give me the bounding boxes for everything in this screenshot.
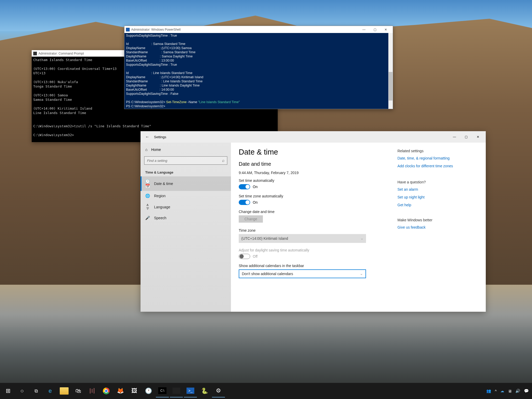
- auto-time-label: Set time automatically: [239, 178, 369, 183]
- chevron-down-icon: ⌵: [361, 237, 363, 240]
- toggle-state: On: [253, 185, 258, 189]
- minimize-button[interactable]: —: [358, 28, 369, 31]
- nav-item-label: Speech: [154, 216, 166, 220]
- ps-pre: SupportsDaylightSavingTime : True Id : S…: [126, 34, 203, 96]
- maximize-button[interactable]: ▢: [460, 133, 472, 141]
- scrollbar[interactable]: [388, 33, 393, 109]
- make-better-header: Make Windows better: [397, 218, 478, 222]
- chevron-down-icon: ⌵: [361, 272, 362, 276]
- onedrive-icon[interactable]: ☁: [500, 389, 504, 393]
- back-button[interactable]: ←: [143, 133, 152, 141]
- ps-flag: -Name: [187, 100, 198, 104]
- toggle-state: Off: [253, 254, 257, 258]
- link-set-alarm[interactable]: Set an alarm: [397, 187, 478, 191]
- taskbar-photos-icon[interactable]: 🖼: [128, 384, 141, 397]
- ps-prompt2: PS C:\Windows\system32>: [126, 104, 166, 108]
- close-button[interactable]: ✕: [380, 28, 391, 31]
- cmd-icon: [33, 52, 37, 55]
- network-icon[interactable]: 🖥: [508, 389, 512, 393]
- current-datetime: 9:44 AM, Thursday, February 7, 2019: [239, 171, 369, 175]
- auto-tz-toggle[interactable]: [239, 200, 250, 205]
- minimize-button[interactable]: —: [449, 133, 460, 141]
- cmd-title-text: Administrator: Command Prompt: [38, 52, 84, 55]
- settings-nav: ⌂ Home ⌕ Time & Language 🕑📅 Date & time …: [141, 143, 231, 312]
- nav-item-speech[interactable]: 🎤 Speech: [141, 213, 231, 223]
- taskbar-chrome-icon[interactable]: [100, 384, 113, 397]
- link-add-clocks[interactable]: Add clocks for different time zones: [397, 164, 478, 168]
- tray-overflow-icon[interactable]: ^: [495, 389, 497, 393]
- action-center-icon[interactable]: 💬: [524, 389, 529, 393]
- timezone-value: (UTC+14:00) Kiritimati Island: [241, 236, 288, 241]
- maximize-button[interactable]: ▢: [369, 28, 380, 31]
- taskbar-cmd-icon[interactable]: C:\: [156, 384, 169, 397]
- scrollbar-thumb[interactable]: [389, 72, 393, 101]
- nav-home[interactable]: ⌂ Home: [141, 145, 231, 154]
- settings-titlebar[interactable]: ← Settings — ▢ ✕: [141, 131, 486, 143]
- taskbar-firefox-icon[interactable]: 🦊: [114, 384, 127, 397]
- tz-label: Time zone: [239, 228, 369, 232]
- nav-item-language[interactable]: A字 Language: [141, 201, 231, 213]
- ps-output[interactable]: SupportsDaylightSavingTime : True Id : S…: [124, 33, 393, 109]
- desktop: Administrator: Command Prompt Chatham Is…: [0, 0, 532, 399]
- volume-icon[interactable]: 🔊: [515, 389, 520, 393]
- language-icon: A字: [145, 203, 150, 210]
- taskbar-settings-icon[interactable]: ⚙: [212, 384, 225, 397]
- dst-label: Adjust for daylight saving time automati…: [239, 248, 369, 252]
- additional-calendars-dropdown[interactable]: Don't show additional calendars ⌵: [239, 269, 366, 278]
- powershell-icon: [126, 28, 130, 31]
- settings-title-text: Settings: [154, 135, 166, 139]
- addcal-label: Show additional calendars in the taskbar: [239, 264, 369, 268]
- auto-time-toggle[interactable]: [239, 184, 250, 189]
- page-title: Date & time: [239, 148, 369, 156]
- ps-prompt: PS C:\Windows\system32>: [126, 100, 166, 104]
- ps-title-text: Administrator: Windows PowerShell: [131, 28, 181, 31]
- addcal-value: Don't show additional calendars: [242, 272, 293, 276]
- dst-toggle: [239, 254, 250, 259]
- taskbar-store-icon[interactable]: 🛍: [72, 384, 85, 397]
- taskbar-app-icon[interactable]: 〣: [86, 384, 99, 397]
- related-settings-header: Related settings: [397, 149, 478, 153]
- nav-search: ⌕: [144, 156, 227, 165]
- nav-home-label: Home: [151, 148, 161, 152]
- nav-category: Time & Language: [141, 168, 231, 176]
- settings-main-col: Date & time Date and time 9:44 AM, Thurs…: [239, 148, 369, 307]
- people-icon[interactable]: 👥: [486, 389, 491, 393]
- powershell-window[interactable]: Administrator: Windows PowerShell — ▢ ✕ …: [124, 26, 393, 109]
- timezone-dropdown[interactable]: (UTC+14:00) Kiritimati Island ⌵: [239, 234, 366, 243]
- ps-titlebar[interactable]: Administrator: Windows PowerShell — ▢ ✕: [124, 26, 393, 33]
- nav-item-date-time[interactable]: 🕑📅 Date & time: [141, 176, 231, 191]
- cortana-button[interactable]: ○: [16, 384, 29, 397]
- link-feedback[interactable]: Give us feedback: [397, 225, 478, 229]
- home-icon: ⌂: [145, 147, 148, 152]
- microphone-icon: 🎤: [145, 216, 150, 220]
- taskbar-clock-icon[interactable]: 🕐: [142, 384, 155, 397]
- link-regional-formatting[interactable]: Date, time, & regional formatting: [397, 156, 478, 160]
- calendar-clock-icon: 🕑📅: [145, 179, 150, 188]
- start-button[interactable]: ⊞: [2, 384, 15, 397]
- nav-item-region[interactable]: 🌐 Region: [141, 191, 231, 201]
- taskbar-explorer-icon[interactable]: [60, 387, 69, 395]
- change-button[interactable]: Change: [239, 215, 263, 223]
- nav-item-label: Language: [154, 205, 170, 209]
- search-input[interactable]: [144, 156, 227, 165]
- link-get-help[interactable]: Get help: [397, 203, 478, 207]
- settings-window[interactable]: ← Settings — ▢ ✕ ⌂ Home ⌕ Time & Languag…: [141, 131, 486, 312]
- settings-side-col: Related settings Date, time, & regional …: [397, 148, 478, 307]
- search-icon: ⌕: [222, 158, 225, 163]
- taskbar-powershell-icon[interactable]: >_: [184, 384, 197, 397]
- ps-arg: "Line Islands Standard Time": [198, 100, 240, 104]
- task-view-button[interactable]: ⧉: [30, 384, 43, 397]
- taskbar-python-icon[interactable]: 🐍: [198, 384, 211, 397]
- nav-item-label: Region: [154, 194, 165, 198]
- nav-item-label: Date & time: [154, 182, 173, 186]
- taskbar[interactable]: ⊞ ○ ⧉ e 🛍 〣 🦊 🖼 🕐 C:\ >_ 🐍 ⚙ 👥 ^ ☁ 🖥 🔊 💬: [0, 383, 532, 399]
- link-night-light[interactable]: Set up night light: [397, 195, 478, 199]
- toggle-state: On: [253, 200, 258, 204]
- change-dt-label: Change date and time: [239, 210, 369, 214]
- taskbar-terminal-icon[interactable]: [170, 384, 183, 397]
- system-tray: 👥 ^ ☁ 🖥 🔊 💬: [484, 389, 531, 393]
- taskbar-edge-icon[interactable]: e: [44, 384, 57, 397]
- ps-cmdlet: Set-TimeZone: [166, 100, 187, 104]
- section-header: Date and time: [239, 161, 369, 167]
- close-button[interactable]: ✕: [472, 133, 484, 141]
